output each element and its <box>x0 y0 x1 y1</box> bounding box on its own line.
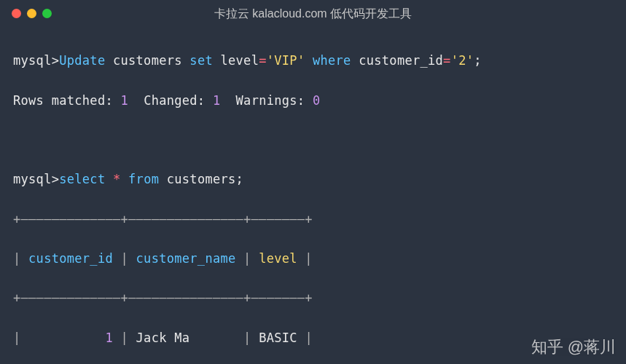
traffic-lights <box>12 9 52 18</box>
val-2: '2' <box>451 53 474 68</box>
table-name: customers <box>113 53 182 68</box>
warnings-val: 0 <box>313 93 321 108</box>
minimize-icon[interactable] <box>27 9 36 18</box>
table-name-2: customers <box>167 172 236 186</box>
close-icon[interactable] <box>12 9 21 18</box>
col-level: level <box>221 53 259 68</box>
cell-level: BASIC <box>259 331 297 345</box>
changed-val: 1 <box>213 93 221 108</box>
maximize-icon[interactable] <box>42 9 52 18</box>
table-header-row: | customer_id | customer_name | level | <box>13 249 613 269</box>
kw-update: Update <box>59 53 105 68</box>
kw-from: from <box>128 172 159 186</box>
result-status-line: Rows matched: 1 Changed: 1 Warnings: 0 <box>13 91 613 111</box>
kw-where: where <box>313 53 351 68</box>
rows-matched-label: Rows matched: <box>13 93 113 108</box>
semicolon-2: ; <box>236 172 244 186</box>
window-title: 卡拉云 kalacloud.com 低代码开发工具 <box>214 4 412 23</box>
changed-label: Changed: <box>144 93 205 108</box>
terminal-output: mysql>Update customers set level='VIP' w… <box>0 24 626 364</box>
table-border-mid: +—————————————+———————————————+———————+ <box>13 288 613 308</box>
mysql-prompt: mysql> <box>13 53 59 68</box>
cell-name: Jack Ma <box>136 331 190 345</box>
sql-select-line: mysql>select * from customers; <box>13 170 613 189</box>
star: * <box>113 172 121 186</box>
sql-update-line: mysql>Update customers set level='VIP' w… <box>13 51 613 71</box>
col-header-level: level <box>259 251 297 266</box>
warnings-label: Warnings: <box>236 93 305 108</box>
rows-matched-val: 1 <box>121 93 129 108</box>
col-header-name: customer_name <box>136 251 236 266</box>
blank-line <box>13 130 613 150</box>
table-row: | 1 | Jack Ma | BASIC | <box>13 328 613 348</box>
semicolon: ; <box>474 53 482 68</box>
cell-id: 1 <box>105 331 113 345</box>
col-header-id: customer_id <box>28 251 113 266</box>
table-border-top: +—————————————+———————————————+———————+ <box>13 210 613 229</box>
eq-sign: = <box>259 53 267 68</box>
val-vip: 'VIP' <box>267 53 305 68</box>
window-titlebar: 卡拉云 kalacloud.com 低代码开发工具 <box>0 0 626 24</box>
kw-set: set <box>189 53 213 68</box>
mysql-prompt-2: mysql> <box>13 172 59 186</box>
eq-sign-2: = <box>443 53 451 68</box>
kw-select: select <box>59 172 105 186</box>
col-customer-id: customer_id <box>359 53 443 68</box>
watermark: 知乎 @蒋川 <box>531 334 616 360</box>
